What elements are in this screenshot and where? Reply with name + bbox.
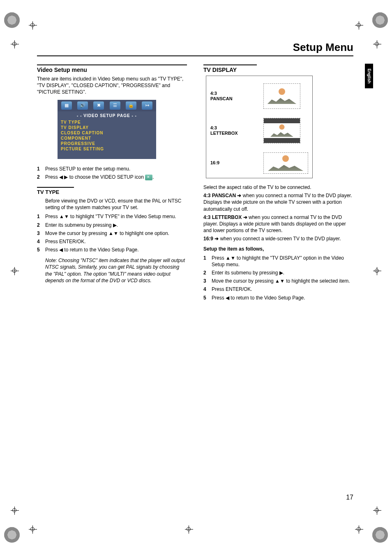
page-number: 17: [346, 494, 353, 501]
tv-option-label: 4:3 PANSCAN: [210, 91, 254, 101]
letterbox-label: 4:3 LETTERBOX ➜: [203, 214, 247, 220]
osd-menu-item: PICTURE SETTING: [61, 146, 153, 152]
step: Move the cursor by pressing ▲▼ to highli…: [203, 277, 353, 285]
osd-menu-item: TV DISPLAY: [61, 125, 153, 130]
step: Press ◀ to return to the Video Setup Pag…: [37, 246, 187, 254]
tv-type-intro: Before viewing the DVD or VCD, ensure th…: [37, 198, 187, 211]
step: Enter its submenu by pressing ▶.: [37, 221, 187, 229]
crop-target-icon: [11, 507, 19, 515]
osd-menu-item: TV TYPE: [61, 120, 153, 125]
osd-general-icon: ▦: [61, 101, 72, 110]
registration-mark-icon: [4, 12, 20, 28]
tv-preview-panscan: [263, 83, 300, 109]
video-setup-heading: Video Setup menu: [37, 64, 187, 73]
crop-target-icon: [29, 21, 37, 30]
video-setup-intro: There are items included in Video Setup …: [37, 76, 187, 96]
osd-video-icon: ✖: [93, 101, 104, 110]
osd-exit-icon: ↦: [142, 101, 152, 110]
wide-desc: 16:9 ➜ when you connect a wide-screen TV…: [203, 235, 353, 242]
tv-type-heading: TV TYPE: [37, 187, 74, 195]
osd-menu-item: CLOSED CAPTION: [61, 130, 153, 136]
tv-option-label: 16:9: [210, 160, 254, 166]
crop-target-icon: [373, 267, 381, 275]
tv-option-label: 4:3 LETTERBOX: [210, 125, 254, 136]
osd-menu-title: - - VIDEO SETUP PAGE - -: [61, 113, 153, 118]
tv-option-panscan: 4:3 PANSCAN: [210, 83, 308, 109]
panscan-label: 4:3 PANSCAN ➜: [203, 193, 241, 198]
left-column: Video Setup menu There are items include…: [37, 64, 187, 302]
crop-target-icon: [11, 267, 19, 275]
crop-target-icon: [373, 40, 381, 48]
step-text: Press SETUP to enter the setup menu.: [45, 166, 130, 172]
osd-menu-item: COMPONENT: [61, 136, 153, 141]
osd-menu-screenshot: ▦ 🔊 ✖ ☰ 🔒 ↦ - - VIDEO SETUP PAGE - - TV …: [58, 100, 156, 159]
crop-target-icon: [11, 40, 19, 48]
tv-display-select-text: Select the aspect ratio of the TV to be …: [203, 184, 353, 191]
step: Move the cursor by pressing ▲▼ to highli…: [37, 229, 187, 237]
video-setup-icon: [145, 175, 152, 180]
step: Press ◀ to return to the Video Setup Pag…: [203, 294, 353, 302]
right-column: TV DISPLAY 4:3 PANSCAN 4:3 LETTERBOX 16:…: [203, 64, 353, 302]
setup-item-heading: Setup the item as follows,: [203, 246, 353, 252]
osd-preference-icon: ☰: [110, 101, 120, 110]
crop-target-icon: [355, 21, 363, 30]
osd-audio-icon: 🔊: [77, 101, 88, 110]
steps-enter-video-setup: Press SETUP to enter the setup menu. Pre…: [37, 165, 187, 181]
crop-target-icon: [185, 525, 193, 534]
tv-option-letterbox: 4:3 LETTERBOX: [210, 118, 308, 143]
step: Press ▲▼ to highlight the "TV DISPLAY" o…: [203, 254, 353, 269]
crop-target-icon: [355, 525, 363, 534]
osd-menu-item: PROGRESSIVE: [61, 141, 153, 146]
step-text: Press ◀ ▶ to choose the VIDEO SETUP icon: [45, 174, 145, 180]
osd-menu-body: - - VIDEO SETUP PAGE - - TV TYPE TV DISP…: [58, 111, 156, 159]
registration-mark-icon: [372, 12, 388, 28]
steps-tv-type: Press ▲▼ to highlight "TV TYPE" in the V…: [37, 212, 187, 254]
panscan-desc: 4:3 PANSCAN ➜ when you connect a normal …: [203, 192, 353, 212]
tv-type-note: Note: Choosing "NTSC" item indicates tha…: [37, 257, 187, 284]
registration-mark-icon: [4, 527, 20, 543]
letterbox-desc: 4:3 LETTERBOX ➜ when you connect a norma…: [203, 214, 353, 234]
language-tab: English: [365, 64, 373, 88]
registration-mark-icon: [372, 527, 388, 543]
tv-preview-169: [263, 152, 309, 174]
step: Press ENTER/OK.: [37, 237, 187, 246]
tv-option-169: 16:9: [210, 152, 308, 174]
step: Press ◀ ▶ to choose the VIDEO SETUP icon…: [37, 173, 187, 181]
step: Enter its submenu by pressing ▶.: [203, 269, 353, 277]
wide-label: 16:9 ➜: [203, 236, 219, 242]
osd-lock-icon: 🔒: [126, 101, 136, 110]
step: Press SETUP to enter the setup menu.: [37, 165, 187, 173]
crop-target-icon: [29, 525, 37, 534]
crop-target-icon: [373, 507, 381, 515]
page-title: Setup Menu: [37, 41, 353, 56]
tv-display-options: 4:3 PANSCAN 4:3 LETTERBOX 16:9: [206, 76, 313, 178]
step: Press ENTER/OK.: [203, 285, 353, 293]
tv-display-heading: TV DISPLAY: [203, 64, 257, 73]
tv-preview-letterbox: [263, 118, 300, 143]
osd-icon-row: ▦ 🔊 ✖ ☰ 🔒 ↦: [58, 100, 156, 111]
wide-text: when you connect a wide-screen TV to the…: [219, 236, 341, 242]
step: Press ▲▼ to highlight "TV TYPE" in the V…: [37, 212, 187, 221]
steps-tv-display: Press ▲▼ to highlight the "TV DISPLAY" o…: [203, 254, 353, 302]
